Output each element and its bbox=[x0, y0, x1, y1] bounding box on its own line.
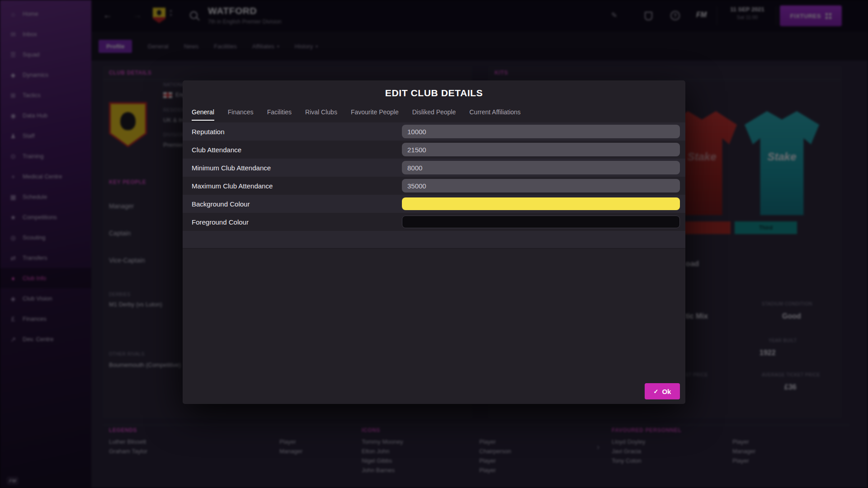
dialog-tab-disliked-people[interactable]: Disliked People bbox=[412, 107, 456, 121]
reputation-label: Reputation bbox=[192, 128, 402, 136]
form-row-empty bbox=[183, 231, 685, 249]
foreground-colour-label: Foreground Colour bbox=[192, 218, 402, 226]
dialog-form: Reputation Club Attendance Minimum Club … bbox=[183, 122, 685, 249]
foreground-colour-swatch[interactable] bbox=[402, 216, 680, 228]
form-row: Foreground Colour bbox=[183, 213, 685, 231]
dialog-tab-rival-clubs[interactable]: Rival Clubs bbox=[305, 107, 337, 121]
maximum-club-attendance-input[interactable] bbox=[402, 179, 680, 192]
ok-button-label: Ok bbox=[662, 388, 671, 395]
form-row: Maximum Club Attendance bbox=[183, 177, 685, 195]
background-colour-label: Background Colour bbox=[192, 200, 402, 208]
form-row: Reputation bbox=[183, 122, 685, 141]
check-icon: ✓ bbox=[654, 388, 659, 395]
dialog-title: EDIT CLUB DETAILS bbox=[183, 80, 685, 99]
dialog-tab-bar: General Finances Facilities Rival Clubs … bbox=[183, 107, 685, 121]
dialog-tab-facilities[interactable]: Facilities bbox=[267, 107, 292, 121]
minimum-club-attendance-input[interactable] bbox=[402, 161, 680, 174]
minimum-club-attendance-label: Minimum Club Attendance bbox=[192, 164, 402, 172]
form-row: Minimum Club Attendance bbox=[183, 159, 685, 177]
edit-club-details-dialog: EDIT CLUB DETAILS General Finances Facil… bbox=[183, 80, 685, 404]
reputation-input[interactable] bbox=[402, 125, 680, 138]
background-colour-swatch[interactable] bbox=[402, 197, 680, 210]
maximum-club-attendance-label: Maximum Club Attendance bbox=[192, 182, 402, 190]
dialog-tab-finances[interactable]: Finances bbox=[228, 107, 254, 121]
form-row: Background Colour bbox=[183, 195, 685, 213]
ok-button[interactable]: ✓ Ok bbox=[645, 383, 680, 399]
dialog-tab-general[interactable]: General bbox=[192, 107, 214, 121]
club-attendance-input[interactable] bbox=[402, 143, 680, 156]
club-attendance-label: Club Attendance bbox=[192, 146, 402, 154]
dialog-tab-favourite-people[interactable]: Favourite People bbox=[351, 107, 399, 121]
dialog-tab-current-affiliations[interactable]: Current Affiliations bbox=[469, 107, 520, 121]
form-row: Club Attendance bbox=[183, 141, 685, 159]
